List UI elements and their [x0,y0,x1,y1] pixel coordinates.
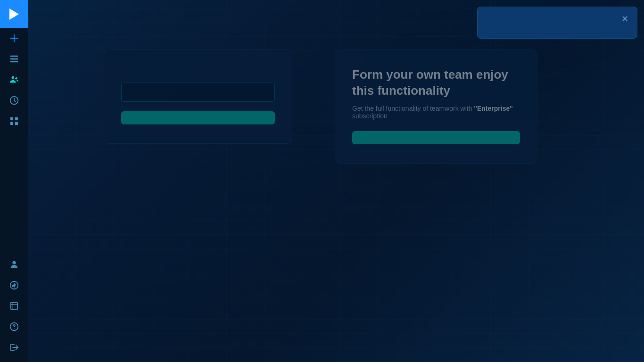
sidebar-nav [0,28,28,255]
svg-rect-15 [11,303,18,310]
svg-rect-4 [10,58,18,60]
svg-rect-11 [10,122,13,125]
svg-point-6 [12,76,15,79]
svg-point-19 [14,329,15,329]
svg-rect-10 [15,117,18,120]
sidebar [0,0,28,362]
app-logo [0,0,28,28]
list-icon [9,54,19,64]
history-icon [9,95,19,106]
svg-rect-9 [10,117,13,120]
svg-marker-0 [9,8,19,20]
sidebar-item-logout[interactable] [0,337,28,358]
teamwork-icon [9,74,19,85]
pricing-icon [9,280,19,290]
sidebar-item-contacts[interactable] [0,296,28,317]
sidebar-bottom [0,255,28,362]
contacts-icon [9,301,19,311]
svg-rect-3 [10,56,18,57]
sidebar-item-new-task[interactable] [0,28,28,49]
logo-icon [7,7,22,22]
close-notification-button[interactable]: ✕ [621,15,628,23]
svg-point-13 [12,261,16,264]
invitation-notification: ✕ [477,7,637,39]
sidebar-item-pricing[interactable] [0,275,28,296]
logout-icon [9,342,19,353]
sidebar-item-tracker[interactable] [0,111,28,132]
faq-icon [9,321,19,332]
svg-rect-12 [15,122,18,125]
sidebar-item-profile[interactable] [0,255,28,275]
profile-icon [9,259,19,270]
sidebar-item-teamwork[interactable] [0,70,28,90]
plus-icon [9,33,19,43]
svg-rect-2 [10,38,18,39]
svg-rect-5 [10,61,18,63]
sidebar-item-faq[interactable] [0,317,28,337]
svg-point-7 [15,77,17,80]
tracker-icon [9,116,19,126]
sidebar-item-history[interactable] [0,90,28,111]
sidebar-item-public-tasks[interactable] [0,49,28,70]
blur-overlay [0,0,644,362]
notification-header: ✕ [486,15,628,23]
